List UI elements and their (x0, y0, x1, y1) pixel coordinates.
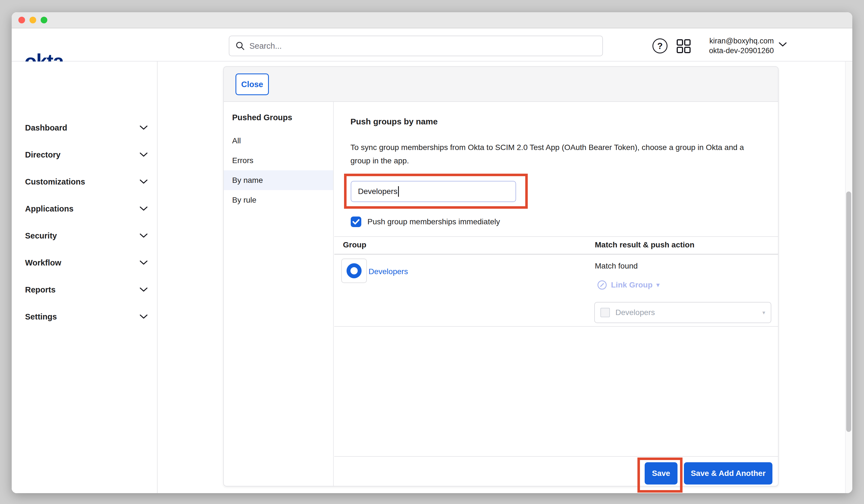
app-group-placeholder-icon (600, 308, 610, 317)
group-icon-card (341, 259, 367, 283)
chevron-down-icon (140, 153, 147, 157)
account-org: okta-dev-20901260 (709, 46, 774, 56)
app-group-select[interactable]: Developers ▾ (594, 302, 771, 323)
group-name-link[interactable]: Developers (369, 267, 408, 276)
nav-item-all[interactable]: All (224, 131, 333, 151)
account-chevron-down-icon[interactable] (779, 42, 787, 47)
section-description: To sync group memberships from Okta to S… (350, 141, 764, 168)
sidebar-item-applications[interactable]: Applications (12, 203, 157, 215)
account-menu[interactable]: kiran@boxyhq.com okta-dev-20901260 (699, 35, 774, 57)
sidebar-item-customizations[interactable]: Customizations (12, 176, 157, 188)
chevron-down-icon (140, 206, 147, 211)
close-window-icon[interactable] (19, 17, 25, 23)
browser-window: okta ? kir (12, 12, 852, 493)
chevron-down-icon (140, 233, 147, 238)
link-icon (597, 280, 607, 290)
column-header-match: Match result & push action (595, 240, 695, 249)
sidebar: Dashboard Directory Customizations Appli… (12, 61, 158, 493)
sidebar-item-directory[interactable]: Directory (12, 148, 157, 161)
search-input[interactable] (249, 41, 596, 51)
window-titlebar (12, 12, 852, 28)
dialog-header: Close (224, 67, 778, 102)
help-icon[interactable]: ? (652, 38, 668, 53)
sidebar-item-security[interactable]: Security (12, 230, 157, 242)
select-triangle-icon: ▾ (763, 309, 765, 316)
zoom-window-icon[interactable] (41, 17, 47, 23)
row-bottom-divider (334, 326, 778, 327)
pushed-groups-nav: Pushed Groups All Errors By name By rule (224, 102, 334, 486)
push-immediately-label: Push group memberships immediately (368, 217, 500, 226)
okta-group-icon (347, 263, 362, 278)
account-email: kiran@boxyhq.com (709, 36, 774, 46)
push-immediately-checkbox[interactable] (351, 217, 361, 227)
chevron-down-icon (140, 314, 147, 319)
section-heading: Push groups by name (350, 117, 437, 127)
save-and-add-another-button[interactable]: Save & Add Another (684, 462, 772, 484)
chevron-down-icon (140, 180, 147, 184)
global-search[interactable] (229, 36, 603, 56)
sidebar-item-dashboard[interactable]: Dashboard (12, 122, 157, 134)
text-caret (398, 186, 399, 197)
table-top-divider (334, 236, 778, 237)
dialog-body: Push groups by name To sync group member… (334, 102, 778, 486)
group-name-value: Developers (358, 187, 397, 196)
save-button[interactable]: Save (645, 462, 677, 484)
dropdown-triangle-icon: ▾ (656, 281, 659, 289)
link-group-dropdown[interactable]: Link Group ▾ (597, 280, 659, 290)
close-button[interactable]: Close (236, 73, 269, 95)
link-group-label: Link Group (611, 280, 652, 289)
search-icon (236, 41, 245, 51)
push-immediately-row: Push group memberships immediately (351, 217, 500, 227)
nav-item-errors[interactable]: Errors (224, 151, 333, 170)
chevron-down-icon (140, 261, 147, 265)
nav-item-by-name[interactable]: By name (224, 170, 333, 190)
minimize-window-icon[interactable] (29, 17, 36, 23)
sidebar-item-settings[interactable]: Settings (12, 311, 157, 323)
pushed-groups-title: Pushed Groups (232, 113, 292, 122)
chevron-down-icon (140, 125, 147, 130)
group-name-input[interactable]: Developers (351, 181, 516, 202)
sidebar-item-workflow[interactable]: Workflow (12, 256, 157, 269)
top-navigation: okta ? kir (12, 29, 852, 61)
scrollbar-thumb[interactable] (846, 191, 851, 432)
nav-item-by-rule[interactable]: By rule (224, 190, 333, 210)
table-header-divider (334, 254, 778, 255)
apps-grid-icon[interactable] (676, 39, 691, 53)
sidebar-item-reports[interactable]: Reports (12, 284, 157, 296)
desktop-background: okta ? kir (0, 0, 864, 504)
pushed-groups-dialog: Close Pushed Groups All Errors By name B… (223, 66, 779, 487)
app-group-selected-value: Developers (615, 308, 757, 317)
column-header-group: Group (343, 240, 366, 249)
chevron-down-icon (140, 287, 147, 292)
match-status: Match found (595, 262, 638, 271)
footer-divider (334, 456, 778, 457)
